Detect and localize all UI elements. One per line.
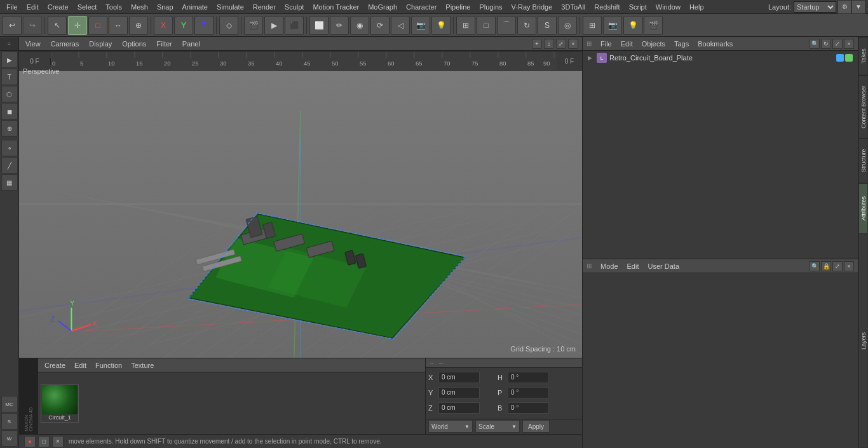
vp-icon-expand[interactable]: +: [532, 39, 542, 49]
menu-mesh[interactable]: Mesh: [127, 2, 152, 12]
motion-clip[interactable]: MC: [1, 396, 18, 412]
twist-button[interactable]: ↻: [517, 16, 536, 35]
move-tool-button[interactable]: ✛: [68, 16, 87, 35]
menu-render[interactable]: Render: [249, 2, 280, 12]
mat-menu-create[interactable]: Create: [42, 360, 68, 370]
undo-button[interactable]: ↩: [3, 16, 22, 35]
menu-help[interactable]: Help: [686, 2, 708, 12]
rotate-tool-button[interactable]: □: [88, 16, 107, 35]
tab-takes[interactable]: Takes: [858, 37, 868, 75]
vp-icon-move[interactable]: ↕: [544, 39, 554, 49]
coord-z-pos-input[interactable]: 0 cm: [438, 402, 480, 414]
am-menu-userdata[interactable]: User Data: [646, 261, 682, 271]
world-dropdown[interactable]: World ▼: [428, 420, 473, 433]
status-icon-record[interactable]: ●: [24, 436, 36, 447]
am-menu-edit[interactable]: Edit: [625, 261, 642, 271]
coord-b-input[interactable]: 0 °: [508, 402, 549, 414]
scale-tool-button[interactable]: ↔: [109, 16, 128, 35]
menu-motion-tracker[interactable]: Motion Tracker: [309, 2, 363, 12]
coord-y-pos-input[interactable]: 0 cm: [438, 387, 480, 398]
menu-snap[interactable]: Snap: [153, 2, 177, 12]
menu-plugins[interactable]: Plugins: [475, 2, 506, 12]
spline-button[interactable]: ✏: [330, 16, 349, 35]
am-menu-mode[interactable]: Mode: [598, 261, 621, 271]
material-button[interactable]: ◎: [558, 16, 577, 35]
menu-edit[interactable]: Edit: [23, 2, 43, 12]
am-search-icon[interactable]: 🔍: [810, 261, 820, 271]
mode-model[interactable]: ▶: [1, 51, 18, 68]
nurbs-button[interactable]: ◉: [350, 16, 369, 35]
menu-3dtoall[interactable]: 3DToAll: [557, 2, 589, 12]
status-icon-mode[interactable]: □: [38, 436, 50, 447]
bend-button[interactable]: ⌒: [497, 16, 516, 35]
coord-x-pos-input[interactable]: 0 cm: [438, 372, 480, 383]
mat-menu-texture[interactable]: Texture: [128, 360, 156, 370]
object-mode-button[interactable]: ◇: [219, 16, 238, 35]
timeline-end-field[interactable]: 0 F: [557, 58, 582, 65]
mode-poly[interactable]: ◼: [1, 103, 18, 119]
select-tool-button[interactable]: ↖: [48, 16, 67, 35]
om-search-icon[interactable]: 🔍: [810, 39, 820, 49]
vp-menu-filter[interactable]: Filter: [154, 39, 174, 49]
am-expand-icon[interactable]: ⤢: [832, 261, 843, 271]
mode-point[interactable]: ⚬: [1, 140, 18, 156]
material-item[interactable]: Circuit_1: [41, 384, 79, 423]
timeline-ruler[interactable]: 0 5 10 15 20 25 30 35: [51, 51, 557, 71]
scene-canvas[interactable]: Perspective: [19, 51, 582, 358]
floor-button[interactable]: ⊞: [456, 16, 475, 35]
z-axis-button[interactable]: Z: [194, 16, 214, 35]
menu-window[interactable]: Window: [652, 2, 684, 12]
om-menu-file[interactable]: File: [598, 39, 614, 49]
vp-menu-display[interactable]: Display: [86, 39, 114, 49]
paint-button[interactable]: S: [538, 16, 557, 35]
am-close-icon[interactable]: ×: [844, 261, 854, 271]
menu-mograph[interactable]: MoGraph: [364, 2, 401, 12]
om-menu-edit[interactable]: Edit: [618, 39, 635, 49]
mode-poly2[interactable]: ▦: [1, 174, 18, 191]
apply-button[interactable]: Apply: [522, 420, 550, 433]
snap-button[interactable]: 📷: [603, 16, 622, 35]
menu-vray[interactable]: V-Ray Bridge: [508, 2, 557, 12]
deformer-button[interactable]: ⟳: [370, 16, 390, 35]
mode-edge2[interactable]: ╱: [1, 157, 18, 173]
menu-redshift[interactable]: Redshift: [590, 2, 623, 12]
om-close-icon[interactable]: ×: [844, 39, 854, 49]
render-preview-button[interactable]: ▶: [264, 16, 283, 35]
layout-dropdown[interactable]: Startup Standard: [794, 1, 836, 13]
render-active-button[interactable]: ⬛: [285, 16, 304, 35]
layout-icons[interactable]: ⚙: [837, 0, 851, 14]
viewport-container[interactable]: View Cameras Display Options Filter Pane…: [19, 37, 582, 358]
sculpt-btn[interactable]: S: [1, 413, 18, 430]
om-tag-2[interactable]: [845, 54, 853, 62]
coord-p-input[interactable]: 0 °: [508, 387, 549, 398]
scale-dropdown[interactable]: Scale ▼: [475, 420, 520, 433]
y-axis-button[interactable]: Y: [174, 16, 193, 35]
mat-menu-function[interactable]: Function: [93, 360, 125, 370]
menu-file[interactable]: File: [3, 2, 22, 12]
mode-joint[interactable]: ⊕: [1, 120, 18, 137]
menu-simulate[interactable]: Simulate: [213, 2, 248, 12]
om-tag-1[interactable]: [836, 54, 844, 62]
light-button[interactable]: 💡: [431, 16, 451, 35]
om-expand-icon[interactable]: ⤢: [832, 39, 843, 49]
om-menu-bookmarks[interactable]: Bookmarks: [695, 39, 735, 49]
menu-create[interactable]: Create: [44, 2, 72, 12]
mode-edge[interactable]: ⬡: [1, 86, 18, 102]
vp-icon-close[interactable]: ×: [568, 39, 578, 49]
weight-btn[interactable]: W: [1, 430, 18, 447]
vp-menu-panel[interactable]: Panel: [180, 39, 203, 49]
cube-button[interactable]: ⬜: [309, 16, 329, 35]
render-settings-button[interactable]: 🎬: [644, 16, 663, 35]
vp-menu-cameras[interactable]: Cameras: [48, 39, 82, 49]
grid-button[interactable]: ⊞: [583, 16, 602, 35]
status-icon-close[interactable]: ×: [52, 436, 64, 447]
mat-menu-edit[interactable]: Edit: [72, 360, 89, 370]
layout-more[interactable]: ▼: [851, 0, 865, 14]
redo-button[interactable]: ↪: [23, 16, 42, 35]
vp-menu-view[interactable]: View: [23, 39, 43, 49]
tab-structure[interactable]: Structure: [858, 139, 868, 183]
x-axis-button[interactable]: X: [154, 16, 173, 35]
menu-select[interactable]: Select: [74, 2, 101, 12]
om-menu-objects[interactable]: Objects: [639, 39, 668, 49]
object-item-circuit-board[interactable]: ▶ L Retro_Circuit_Board_Plate: [583, 51, 858, 65]
